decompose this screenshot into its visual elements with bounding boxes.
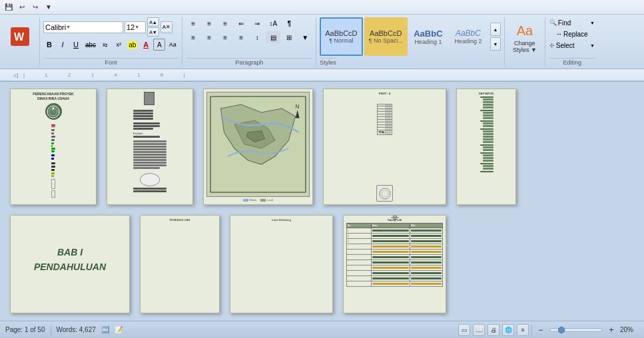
view-web-btn[interactable]: 🌐 <box>502 324 514 336</box>
page-thumb-3[interactable]: N Water Land <box>203 88 313 205</box>
borders-dropdown-button[interactable]: ▼ <box>298 31 312 43</box>
view-outline-btn[interactable]: ≡ <box>517 324 529 336</box>
word-count: Words: 4,627 <box>57 326 96 333</box>
superscript-button[interactable]: x² <box>113 39 125 51</box>
redo-button[interactable]: ↪ <box>29 1 41 13</box>
styles-scroll-down-btn[interactable]: ▼ <box>490 37 501 51</box>
profile-row <box>347 255 443 260</box>
profile-cell <box>371 239 410 244</box>
shading-button[interactable]: ▤ <box>266 31 280 43</box>
view-normal-btn[interactable]: ▭ <box>458 324 470 336</box>
profile-cell <box>410 244 443 250</box>
page-thumb-7[interactable]: PENDAHULUAN <box>140 215 220 313</box>
select-button[interactable]: ⊹ Select ▼ <box>549 40 595 51</box>
crosshair-icon <box>391 216 399 224</box>
font-size-arrow[interactable]: ▼ <box>135 25 139 29</box>
status-bar: Page: 1 of 50 Words: 4,627 🔤 📝 ▭ 📖 🖨 🌐 ≡… <box>0 321 644 338</box>
increase-indent-button[interactable]: ⇒ <box>250 17 264 29</box>
zoom-level: 20% <box>620 326 639 333</box>
italic-button[interactable]: I <box>57 39 69 51</box>
toc-sub4 <box>483 130 493 143</box>
subscript-button[interactable]: x₂ <box>99 39 111 51</box>
style-heading2-btn[interactable]: AaBbC Heading 2 <box>449 17 487 56</box>
pendahuluan-title: PENDAHULUAN <box>170 218 190 222</box>
style-heading1-btn[interactable]: AaBbC Heading 1 <box>409 17 448 56</box>
align-justify-button[interactable]: ≡ <box>234 31 248 43</box>
sort-button[interactable]: ↕A <box>266 17 280 29</box>
paragraph-group-label: Paragraph <box>186 58 312 66</box>
ribbon-container: 💾 ↩ ↪ ▼ W <box>0 0 644 82</box>
styles-group: AaBbCcD ¶ Normal AaBbCcD ¶ No Spaci... A… <box>318 16 502 67</box>
numbering-button[interactable]: ≡ <box>202 17 216 29</box>
undo-button[interactable]: ↩ <box>16 1 28 13</box>
decrease-indent-button[interactable]: ⇐ <box>234 17 248 29</box>
profile-cell <box>347 271 372 276</box>
profile-cell <box>347 255 372 260</box>
editing-group: 🔍 Find ▼ ↔ Replace ⊹ Select ▼ Editing <box>547 16 597 67</box>
change-styles-button[interactable]: Aa ChangeStyles ▼ <box>508 17 541 59</box>
profile-row <box>347 276 443 281</box>
profile-cell <box>410 276 443 281</box>
zoom-thumb[interactable] <box>558 327 565 333</box>
save-button[interactable]: 💾 <box>3 1 15 13</box>
font-color-button[interactable]: A <box>140 39 152 51</box>
zoom-out-btn[interactable]: − <box>535 324 547 336</box>
view-reading-btn[interactable]: 📖 <box>473 324 485 336</box>
table-stamp-area <box>376 185 393 202</box>
profile-row <box>347 250 443 255</box>
show-hide-button[interactable]: ¶ <box>282 17 296 29</box>
profile-cell <box>371 260 410 265</box>
replace-button[interactable]: ↔ Replace <box>549 29 595 39</box>
style-nospacing-btn[interactable]: AaBbCcD ¶ No Spaci... <box>364 17 408 56</box>
page-thumb-9[interactable]: Tabel Profil No Nama Nilai 1 2 <box>343 215 446 313</box>
align-center-button[interactable]: ≡ <box>202 31 216 43</box>
office-button[interactable]: W <box>4 17 36 59</box>
font-size-decrease-btn[interactable]: A▼ <box>147 27 159 37</box>
change-case-button[interactable]: Aa <box>166 39 178 51</box>
multilevel-list-button[interactable]: ≡ <box>218 17 232 29</box>
main-ribbon: W Calibri ▼ 12 ▼ <box>0 15 644 69</box>
bold-button[interactable]: B <box>43 39 55 51</box>
profile-cell <box>371 281 410 287</box>
paragraph-group: ≡ ≡ ≡ ⇐ ⇒ ↕A ¶ ≡ ≡ ≡ ≡ ↕ ▤ ⊞ ▼ <box>184 16 314 67</box>
page-thumb-6[interactable]: BAB IPENDAHULUAN <box>10 215 130 313</box>
page-content-8: Latar Belakang <box>230 216 332 313</box>
page-info: Page: 1 of 50 <box>5 326 45 333</box>
styles-scroll-up-btn[interactable]: ▲ <box>490 23 501 36</box>
font-border-button[interactable]: A <box>153 39 165 51</box>
page-thumb-8[interactable]: Latar Belakang <box>230 215 333 313</box>
page-thumb-5[interactable]: DAFTAR ISI <box>456 88 516 205</box>
font-name-arrow[interactable]: ▼ <box>66 25 71 29</box>
qat-dropdown-button[interactable]: ▼ <box>43 1 55 13</box>
align-right-button[interactable]: ≡ <box>218 31 232 43</box>
page-thumb-1[interactable]: PERENCANAAN PROYEKDINAS BINA USAHA <box>10 88 97 205</box>
strikethrough-button[interactable]: abc <box>83 39 98 51</box>
cell <box>390 130 392 135</box>
change-styles-label: ChangeStyles ▼ <box>513 40 537 53</box>
profile-cell <box>347 250 372 255</box>
find-button[interactable]: 🔍 Find ▼ <box>549 17 595 28</box>
underline-button[interactable]: U <box>70 39 82 51</box>
zoom-in-btn[interactable]: + <box>605 324 617 336</box>
align-left-button[interactable]: ≡ <box>186 31 200 43</box>
page-content-2: Perihal : <box>107 89 192 204</box>
text-highlight-button[interactable]: ab <box>126 39 139 51</box>
borders-button[interactable]: ⊞ <box>282 31 296 43</box>
page-thumb-4[interactable]: PIKET - 4 <box>323 88 446 205</box>
find-label: Find <box>558 19 571 27</box>
replace-label: Replace <box>563 31 588 38</box>
clear-format-btn[interactable]: A✕ <box>161 21 172 33</box>
style-normal-btn[interactable]: AaBbCcD ¶ Normal <box>320 17 362 56</box>
font-size-increase-btn[interactable]: A▲ <box>147 17 159 27</box>
profile-cell <box>371 271 410 276</box>
font-name-combo[interactable]: Calibri ▼ <box>43 21 123 33</box>
view-print-btn[interactable]: 🖨 <box>487 324 499 336</box>
bullets-button[interactable]: ≡ <box>186 17 200 29</box>
page-content-1: PERENCANAAN PROYEKDINAS BINA USAHA <box>11 89 96 204</box>
style-heading1-preview: AaBbC <box>414 29 442 39</box>
font-size-combo[interactable]: 12 ▼ <box>125 21 146 33</box>
line-spacing-button[interactable]: ↕ <box>250 31 264 43</box>
page-thumb-2[interactable]: Perihal : <box>107 88 193 205</box>
editing-group-label: Editing <box>549 58 596 66</box>
cover-header-text: PERENCANAAN PROYEKDINAS BINA USAHA <box>33 92 73 100</box>
